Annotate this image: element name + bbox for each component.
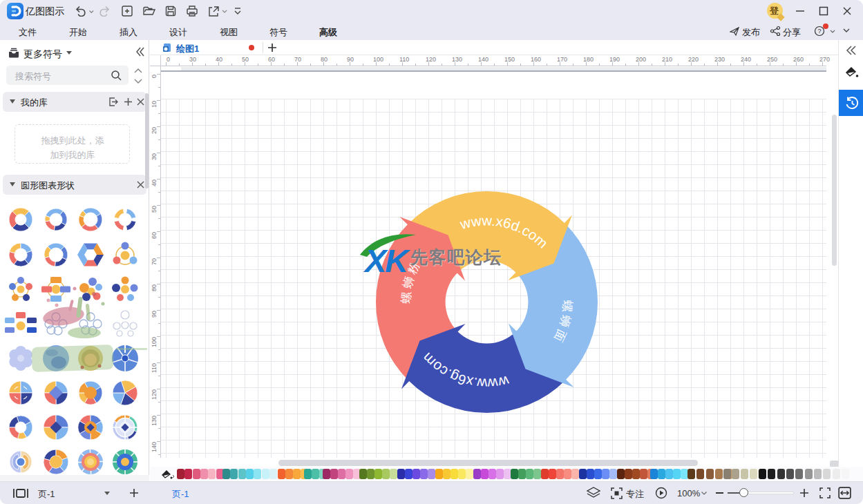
svg-text:?: ? <box>818 28 822 35</box>
svg-text:XK: XK <box>363 242 410 279</box>
svg-text:先客吧论坛: 先客吧论坛 <box>410 247 502 266</box>
